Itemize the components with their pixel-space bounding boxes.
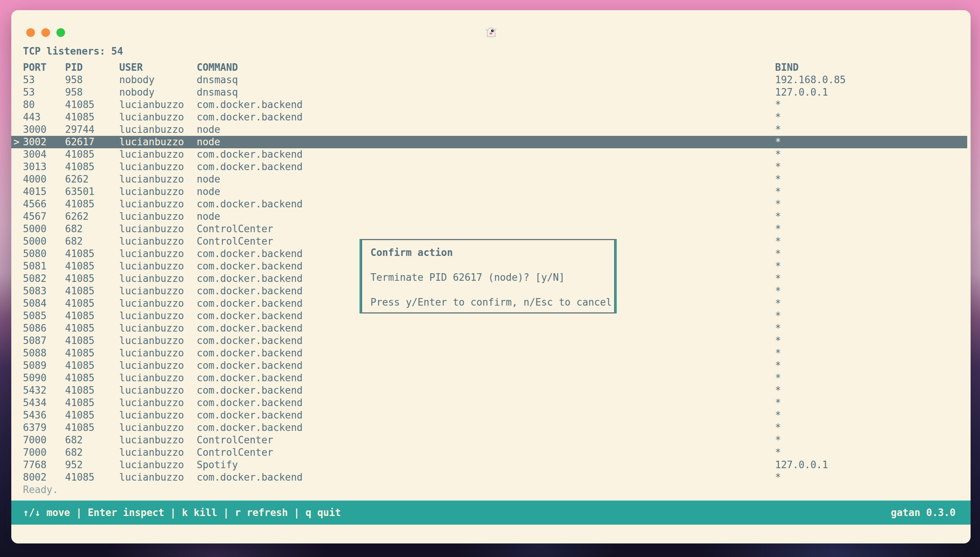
cell-bind: 192.168.0.85: [775, 74, 846, 86]
table-row[interactable]: 543641085lucianbuzzocom.docker.backend*: [11, 409, 970, 422]
cell-user: lucianbuzzo: [119, 335, 184, 347]
cell-pid: 41085: [65, 248, 94, 260]
cell-bind: *: [775, 372, 781, 384]
cell-user: nobody: [119, 74, 154, 86]
table-row[interactable]: 509041085lucianbuzzocom.docker.backend*: [11, 372, 970, 384]
table-row[interactable]: 800241085lucianbuzzocom.docker.backend*: [11, 471, 970, 484]
cell-command: node: [197, 173, 221, 186]
cell-pid: 41085: [65, 360, 94, 372]
cell-user: lucianbuzzo: [119, 310, 184, 322]
cell-port: 5087: [23, 335, 47, 347]
cell-command: ControlCenter: [197, 446, 273, 459]
cell-user: lucianbuzzo: [119, 372, 184, 384]
table-row[interactable]: 44341085lucianbuzzocom.docker.backend*: [11, 111, 970, 124]
cell-port: 3013: [23, 161, 47, 173]
table-row[interactable]: 508641085lucianbuzzocom.docker.backend*: [11, 322, 970, 335]
cell-port: 5085: [23, 310, 47, 322]
cell-port: 4566: [23, 198, 47, 210]
cell-command: dnsmasq: [197, 86, 238, 99]
cell-pid: 41085: [65, 347, 94, 360]
cell-user: lucianbuzzo: [119, 459, 184, 471]
table-row[interactable]: 8041085lucianbuzzocom.docker.backend*: [11, 99, 970, 111]
cell-command: com.docker.backend: [197, 372, 303, 384]
cell-user: lucianbuzzo: [119, 223, 184, 235]
cell-bind: *: [775, 360, 781, 372]
cell-pid: 41085: [65, 272, 94, 285]
cell-user: lucianbuzzo: [119, 360, 184, 372]
cell-bind: *: [775, 422, 781, 434]
cell-pid: 41085: [65, 99, 94, 111]
cell-command: dnsmasq: [197, 74, 238, 86]
cell-command: com.docker.backend: [197, 310, 303, 322]
table-row[interactable]: 543441085lucianbuzzocom.docker.backend*: [11, 397, 970, 409]
table-header-row: PORTPIDUSERCOMMANDBIND: [11, 61, 970, 74]
table-row[interactable]: 637941085lucianbuzzocom.docker.backend*: [11, 422, 970, 434]
cell-bind: *: [775, 260, 781, 272]
table-row[interactable]: 7768952lucianbuzzoSpotify127.0.0.1: [11, 459, 970, 471]
column-header-user: USER: [119, 61, 143, 74]
table-row[interactable]: 508841085lucianbuzzocom.docker.backend*: [11, 347, 970, 360]
zoom-button[interactable]: [57, 28, 65, 37]
cell-user: lucianbuzzo: [119, 409, 184, 422]
cell-pid: 63501: [65, 186, 94, 198]
cell-port: 5086: [23, 322, 47, 335]
cell-user: lucianbuzzo: [119, 173, 184, 186]
cell-pid: 958: [65, 74, 83, 86]
cell-pid: 6262: [65, 210, 89, 223]
cell-user: lucianbuzzo: [119, 198, 184, 210]
cell-pid: 41085: [65, 297, 94, 310]
table-row[interactable]: 45676262lucianbuzzonode*: [11, 210, 970, 223]
cell-pid: 41085: [65, 335, 94, 347]
table-row[interactable]: 508741085lucianbuzzocom.docker.backend*: [11, 335, 970, 347]
cell-bind: *: [775, 223, 781, 235]
cell-user: lucianbuzzo: [119, 161, 184, 173]
table-row[interactable]: 5000682lucianbuzzoControlCenter*: [11, 223, 970, 235]
cell-command: com.docker.backend: [197, 409, 303, 422]
table-row[interactable]: 40006262lucianbuzzonode*: [11, 173, 970, 186]
minimize-button[interactable]: [41, 28, 50, 37]
cell-bind: *: [775, 347, 781, 360]
table-row[interactable]: 508941085lucianbuzzocom.docker.backend*: [11, 360, 970, 372]
cell-pid: 41085: [65, 409, 94, 422]
table-row[interactable]: 53958nobodydnsmasq192.168.0.85: [11, 74, 970, 86]
column-header-pid: PID: [65, 61, 83, 74]
cell-bind: *: [775, 235, 781, 248]
table-row[interactable]: 301341085lucianbuzzocom.docker.backend*: [11, 161, 970, 173]
cell-command: node: [197, 124, 221, 136]
cell-command: com.docker.backend: [197, 198, 303, 210]
table-row[interactable]: 456641085lucianbuzzocom.docker.backend*: [11, 198, 970, 210]
cell-port: 5082: [23, 272, 47, 285]
cell-command: com.docker.backend: [197, 297, 303, 310]
table-row-selected[interactable]: >300262617lucianbuzzonode*: [11, 136, 967, 148]
cell-pid: 41085: [65, 422, 94, 434]
cell-port: 7768: [23, 459, 47, 471]
cell-port: 4567: [23, 210, 47, 223]
cell-user: lucianbuzzo: [119, 384, 184, 397]
cell-port: 5083: [23, 285, 47, 297]
table-row[interactable]: 7000682lucianbuzzoControlCenter*: [11, 434, 970, 446]
table-row[interactable]: 53958nobodydnsmasq127.0.0.1: [11, 86, 970, 99]
cell-command: com.docker.backend: [197, 99, 303, 111]
table-row[interactable]: 7000682lucianbuzzoControlCenter*: [11, 446, 970, 459]
cell-pid: 952: [65, 459, 83, 471]
cell-command: com.docker.backend: [197, 397, 303, 409]
table-row[interactable]: 401563501lucianbuzzonode*: [11, 186, 970, 198]
cell-port: 5434: [23, 397, 47, 409]
cell-command: node: [197, 136, 221, 148]
cell-command: com.docker.backend: [197, 148, 303, 161]
column-header-port: PORT: [23, 61, 47, 74]
cell-port: 3004: [23, 148, 47, 161]
close-button[interactable]: [26, 28, 35, 37]
table-row[interactable]: 300441085lucianbuzzocom.docker.backend*: [11, 148, 970, 161]
cell-bind: *: [775, 322, 781, 335]
cell-user: lucianbuzzo: [119, 235, 184, 248]
cell-pid: 41085: [65, 148, 94, 161]
table-row[interactable]: 300029744lucianbuzzonode*: [11, 124, 970, 136]
table-row[interactable]: 543241085lucianbuzzocom.docker.backend*: [11, 384, 970, 397]
keybinding-statusbar: ↑/↓ move | Enter inspect | k kill | r re…: [11, 500, 970, 524]
cell-user: lucianbuzzo: [119, 260, 184, 272]
cell-port: 53: [23, 74, 35, 86]
cell-command: com.docker.backend: [197, 471, 303, 484]
cell-pid: 6262: [65, 173, 89, 186]
listener-count-summary: TCP listeners: 54: [23, 46, 123, 57]
